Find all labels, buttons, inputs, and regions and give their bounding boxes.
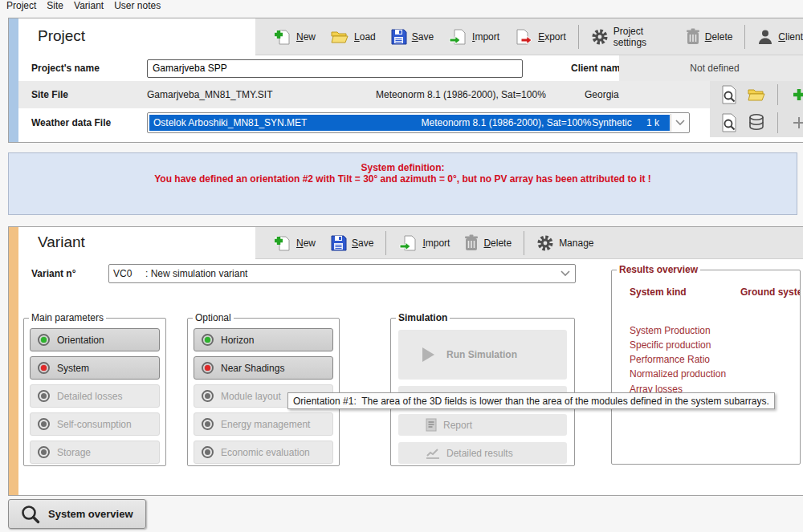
economic-evaluation-button: Economic evaluation (194, 441, 333, 464)
menu-site[interactable]: Site (47, 0, 63, 13)
weather-file-source: Meteonorm 8.1 (1986-2000), Sat=100% (422, 117, 593, 128)
load-project-button[interactable]: Load (323, 21, 383, 53)
result-item: Performance Ratio (630, 354, 710, 365)
site-file-country: Georgia (585, 89, 619, 100)
system-overview-button[interactable]: System overview (8, 499, 146, 529)
horizon-button[interactable]: Horizon (194, 328, 333, 351)
save-project-button[interactable]: Save (383, 21, 441, 53)
client-name-label: Client name (571, 63, 626, 74)
menu-variant[interactable]: Variant (74, 0, 104, 13)
main-parameters-label: Main parameters (29, 312, 106, 323)
new-site-button[interactable] (788, 84, 803, 105)
database-icon (748, 113, 765, 132)
folder-icon (330, 29, 349, 45)
near-shadings-button[interactable]: Near Shadings (194, 356, 333, 380)
new-weather-button[interactable] (788, 112, 803, 133)
import-variant-button[interactable]: Import (391, 227, 457, 259)
view-weather-button[interactable] (718, 112, 740, 133)
report-icon (426, 418, 437, 432)
detailed-losses-button: Detailed losses (30, 384, 160, 408)
results-overview-label: Results overview (617, 264, 700, 275)
view-site-button[interactable] (718, 84, 740, 105)
plus-icon (792, 116, 803, 130)
import-document-icon (398, 234, 418, 252)
gray-led-icon (202, 390, 214, 402)
run-simulation-button: Run Simulation (398, 330, 567, 380)
save-variant-button[interactable]: Save (323, 227, 381, 259)
export-project-button[interactable]: Export (507, 21, 573, 53)
results-overview-group: Results overview System kind Ground syst… (611, 264, 801, 465)
gray-led-icon (38, 418, 50, 430)
gear-icon (536, 234, 554, 252)
variant-toolbar: New Save Import Delete (255, 227, 803, 259)
weather-file-select[interactable]: Ostelok Arboshiki_MN81_SYN.MET Meteonorm… (147, 112, 690, 133)
plus-icon (792, 87, 803, 102)
weather-database-button[interactable] (745, 112, 768, 133)
report-button: Report (398, 414, 567, 436)
chevron-down-icon (675, 120, 685, 126)
weather-select-arrow[interactable] (671, 114, 688, 132)
site-file-source: Meteonorm 8.1 (1986-2000), Sat=100% (376, 89, 585, 100)
result-item: Specific production (630, 339, 711, 351)
project-name-input[interactable] (147, 59, 523, 78)
project-accent-bar (9, 18, 18, 142)
page-magnifier-icon (720, 113, 738, 132)
variant-accent-bar (9, 227, 18, 495)
client-button[interactable]: Client (750, 21, 803, 53)
weather-file-type: Synthetic (592, 117, 646, 128)
simulation-label: Simulation (396, 312, 450, 323)
toolbar-separator (524, 231, 524, 255)
weather-file-name: Ostelok Arboshiki_MN81_SYN.MET (149, 117, 422, 128)
delete-project-button[interactable]: Delete (679, 21, 740, 53)
variant-select-arrow[interactable] (556, 266, 574, 282)
toolbar-separator (777, 84, 778, 105)
red-led-icon (38, 362, 50, 374)
weather-file-row: Weather data File Ostelok Arboshiki_MN81… (18, 108, 803, 137)
floppy-disk-icon (390, 28, 407, 45)
manage-variants-button[interactable]: Manage (529, 227, 601, 259)
open-site-button[interactable] (745, 84, 768, 105)
system-button[interactable]: System (30, 356, 160, 380)
delete-variant-button[interactable]: Delete (457, 227, 519, 259)
chart-icon (426, 447, 440, 459)
project-toolbar: New Load Save Import (255, 18, 803, 55)
orientation-button[interactable]: Orientation (30, 328, 160, 351)
trash-icon (464, 234, 479, 251)
project-panel: Project New Load Save (8, 18, 803, 143)
import-project-button[interactable]: Import (441, 21, 507, 53)
red-led-icon (202, 362, 214, 374)
weather-file-selected: Ostelok Arboshiki_MN81_SYN.MET Meteonorm… (149, 115, 670, 131)
export-document-icon (514, 28, 533, 46)
project-settings-button[interactable]: Project settings (584, 21, 679, 53)
ground-system-header: Ground system (740, 286, 801, 298)
site-file-label: Site File (18, 89, 147, 100)
new-variant-button[interactable]: New (265, 227, 323, 259)
site-file-row: Site File Gamarjveba_MN81_TMY.SIT Meteon… (18, 81, 803, 108)
weather-file-extra: 1 k (646, 117, 670, 128)
toolbar-separator (578, 25, 579, 49)
toolbar-separator (385, 231, 386, 255)
result-item: Normalized production (630, 368, 726, 380)
detailed-results-button: Detailed results (398, 442, 567, 464)
variant-header: Variant New Save Import (18, 227, 803, 259)
variant-title: Variant (38, 234, 85, 251)
chevron-down-icon (560, 270, 570, 277)
new-project-button[interactable]: New (265, 21, 323, 53)
weather-file-label: Weather data File (18, 117, 147, 128)
variant-select[interactable]: VC0 : New simulation variant (108, 264, 576, 283)
new-document-icon (272, 234, 291, 252)
import-document-icon (448, 28, 467, 46)
gear-icon (591, 28, 609, 46)
site-file-actions (710, 81, 803, 108)
project-name-label: Project's name (18, 63, 147, 74)
menu-project[interactable]: Project (6, 0, 36, 13)
menu-bar: Project Site Variant User notes (0, 0, 803, 13)
energy-management-button: Energy management (194, 412, 333, 436)
person-icon (757, 29, 773, 45)
main-parameters-group: Main parameters Orientation System Detai… (23, 312, 166, 466)
optional-group: Optional Horizon Near Shadings Module la… (187, 312, 340, 466)
variant-panel: Variant New Save Import (8, 226, 803, 496)
green-led-icon (38, 334, 50, 346)
site-file-name: Gamarjveba_MN81_TMY.SIT (147, 89, 376, 100)
menu-user-notes[interactable]: User notes (114, 0, 161, 13)
